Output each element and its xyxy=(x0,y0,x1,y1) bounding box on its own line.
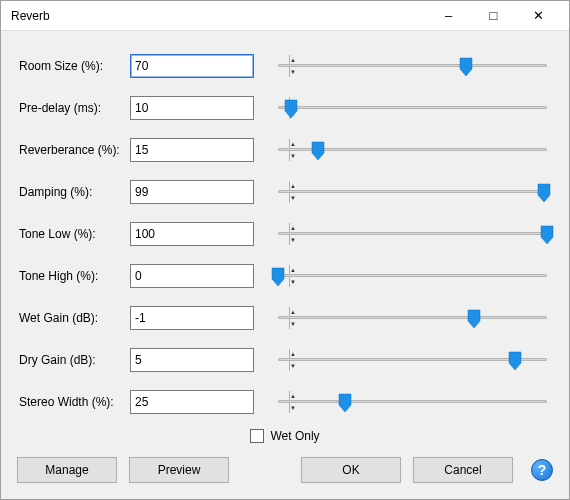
slider-track xyxy=(278,400,547,403)
param-row: Tone Low (%):▲▼ xyxy=(15,213,555,255)
param-label: Room Size (%): xyxy=(15,59,130,73)
titlebar: Reverb – □ ✕ xyxy=(1,1,569,31)
slider-thumb-icon[interactable] xyxy=(338,393,352,413)
ok-button[interactable]: OK xyxy=(301,457,401,483)
param-label: Stereo Width (%): xyxy=(15,395,130,409)
param-slider[interactable] xyxy=(278,139,547,161)
param-row: Room Size (%):▲▼ xyxy=(15,45,555,87)
param-spinbox[interactable]: ▲▼ xyxy=(130,390,254,414)
maximize-button[interactable]: □ xyxy=(471,2,516,30)
param-slider[interactable] xyxy=(278,349,547,371)
param-row: Reverberance (%):▲▼ xyxy=(15,129,555,171)
slider-track xyxy=(278,148,547,151)
manage-button[interactable]: Manage xyxy=(17,457,117,483)
param-spinbox[interactable]: ▲▼ xyxy=(130,138,254,162)
param-row: Stereo Width (%):▲▼ xyxy=(15,381,555,423)
param-spinbox[interactable]: ▲▼ xyxy=(130,348,254,372)
help-button[interactable]: ? xyxy=(531,459,553,481)
param-spinbox[interactable]: ▲▼ xyxy=(130,54,254,78)
param-label: Wet Gain (dB): xyxy=(15,311,130,325)
param-slider[interactable] xyxy=(278,223,547,245)
slider-track xyxy=(278,358,547,361)
param-label: Reverberance (%): xyxy=(15,143,130,157)
slider-thumb-icon[interactable] xyxy=(284,99,298,119)
minimize-button[interactable]: – xyxy=(426,2,471,30)
param-spinbox[interactable]: ▲▼ xyxy=(130,222,254,246)
param-row: Pre-delay (ms):▲▼ xyxy=(15,87,555,129)
slider-thumb-icon[interactable] xyxy=(459,57,473,77)
param-slider[interactable] xyxy=(278,55,547,77)
slider-thumb-icon[interactable] xyxy=(540,225,554,245)
slider-track xyxy=(278,64,547,67)
slider-track xyxy=(278,316,547,319)
param-spinbox[interactable]: ▲▼ xyxy=(130,180,254,204)
param-slider[interactable] xyxy=(278,307,547,329)
slider-thumb-icon[interactable] xyxy=(311,141,325,161)
param-label: Pre-delay (ms): xyxy=(15,101,130,115)
param-spinbox[interactable]: ▲▼ xyxy=(130,306,254,330)
window-title: Reverb xyxy=(11,9,426,23)
param-slider[interactable] xyxy=(278,97,547,119)
param-slider[interactable] xyxy=(278,265,547,287)
wet-only-checkbox[interactable] xyxy=(250,429,264,443)
param-label: Damping (%): xyxy=(15,185,130,199)
param-spinbox[interactable]: ▲▼ xyxy=(130,264,254,288)
slider-track xyxy=(278,106,547,109)
button-row: Manage Preview OK Cancel ? xyxy=(15,457,555,483)
param-row: Wet Gain (dB):▲▼ xyxy=(15,297,555,339)
wet-only-label: Wet Only xyxy=(270,429,319,443)
reverb-dialog: Reverb – □ ✕ Room Size (%):▲▼Pre-delay (… xyxy=(0,0,570,500)
preview-button[interactable]: Preview xyxy=(129,457,229,483)
param-row: Tone High (%):▲▼ xyxy=(15,255,555,297)
param-row: Damping (%):▲▼ xyxy=(15,171,555,213)
param-label: Tone Low (%): xyxy=(15,227,130,241)
param-spinbox[interactable]: ▲▼ xyxy=(130,96,254,120)
slider-thumb-icon[interactable] xyxy=(467,309,481,329)
wet-only-row: Wet Only xyxy=(15,423,555,449)
slider-thumb-icon[interactable] xyxy=(537,183,551,203)
cancel-button[interactable]: Cancel xyxy=(413,457,513,483)
param-slider[interactable] xyxy=(278,181,547,203)
dialog-content: Room Size (%):▲▼Pre-delay (ms):▲▼Reverbe… xyxy=(1,31,569,493)
slider-thumb-icon[interactable] xyxy=(271,267,285,287)
slider-track xyxy=(278,190,547,193)
slider-track xyxy=(278,232,547,235)
param-label: Tone High (%): xyxy=(15,269,130,283)
slider-thumb-icon[interactable] xyxy=(508,351,522,371)
param-row: Dry Gain (dB):▲▼ xyxy=(15,339,555,381)
param-label: Dry Gain (dB): xyxy=(15,353,130,367)
param-slider[interactable] xyxy=(278,391,547,413)
close-button[interactable]: ✕ xyxy=(516,2,561,30)
slider-track xyxy=(278,274,547,277)
